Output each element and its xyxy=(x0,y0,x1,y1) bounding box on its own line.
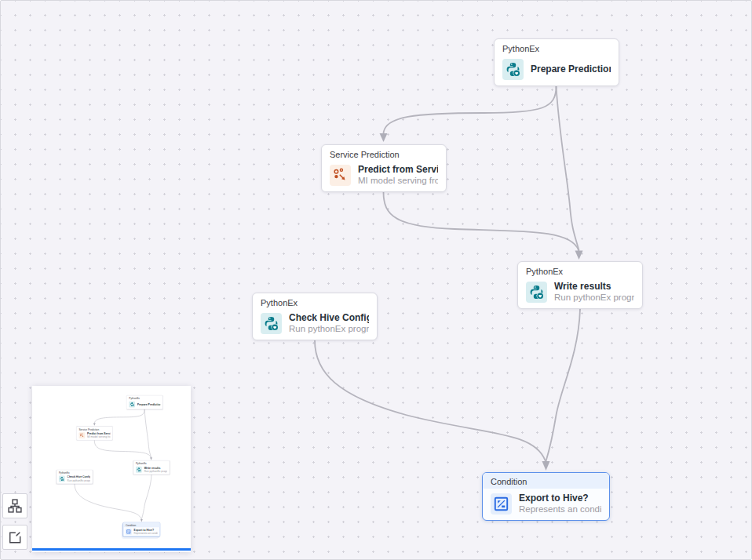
edge-prepare-to-predict xyxy=(384,86,557,134)
edge-prepare-to-write xyxy=(557,86,579,250)
graph-canvas[interactable]: PythonEx Prepare Prediction Data xyxy=(0,0,752,560)
org-chart-button[interactable] xyxy=(2,493,27,518)
node-label: Predict from Service xyxy=(358,164,438,175)
node-subtitle: Run pythonEx program xyxy=(289,324,369,334)
node-title: PythonEx xyxy=(518,262,642,277)
node-write-results[interactable]: PythonEx Write results Run pythonEx prog… xyxy=(517,261,643,309)
node-subtitle: Run pythonEx program xyxy=(554,293,634,303)
node-condition-export-to-hive[interactable]: Condition Export to Hive? Represents an … xyxy=(482,472,610,521)
arrowhead xyxy=(575,251,583,260)
python-operator-icon xyxy=(526,282,547,303)
edit-diagram-button[interactable] xyxy=(2,525,27,550)
org-chart-icon xyxy=(7,498,23,514)
node-label: Check Hive Config xyxy=(289,312,369,323)
node-subtitle: Represents an condition... xyxy=(519,504,601,515)
node-title: Service Prediction xyxy=(322,145,446,160)
node-title: Condition xyxy=(483,473,609,489)
node-subtitle: MI model serving from s... xyxy=(358,176,438,186)
node-label: Write results xyxy=(554,281,634,292)
node-label: Prepare Prediction Data xyxy=(531,64,611,75)
minimap[interactable]: PythonEx Prepare Prediction Data xyxy=(32,386,191,552)
node-check-hive-config[interactable]: PythonEx Check Hive Config Run pythonEx … xyxy=(252,293,378,340)
python-operator-icon xyxy=(502,59,524,80)
minimap-viewport-indicator[interactable] xyxy=(32,548,191,551)
ml-service-icon xyxy=(330,165,351,186)
edit-diagram-icon xyxy=(7,529,23,545)
edge-write-to-condition xyxy=(546,309,581,461)
minimap-world: PythonEx Prepare Prediction Data xyxy=(32,386,191,548)
condition-icon xyxy=(491,493,512,515)
arrowhead xyxy=(380,133,388,142)
edge-predict-to-write xyxy=(384,192,579,250)
arrowhead xyxy=(542,461,550,471)
edge-check-to-condition xyxy=(315,340,546,460)
node-title: PythonEx xyxy=(495,39,619,54)
graph-world: PythonEx Prepare Prediction Data xyxy=(32,386,191,549)
node-predict-from-service[interactable]: Service Prediction Predict from Servi xyxy=(321,144,447,192)
node-prepare-prediction-data[interactable]: PythonEx Prepare Prediction Data xyxy=(494,38,619,86)
python-operator-icon xyxy=(261,313,282,334)
node-label: Export to Hive? xyxy=(519,493,601,504)
node-title: PythonEx xyxy=(253,293,377,308)
